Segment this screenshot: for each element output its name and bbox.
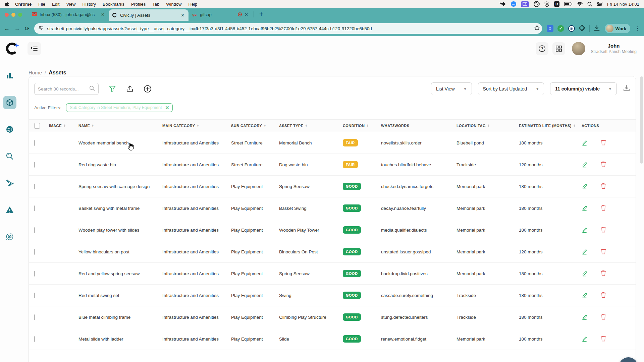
scrollbar-thumb[interactable] (640, 76, 643, 164)
edit-button[interactable] (582, 204, 588, 212)
sidebar-item-search[interactable] (3, 149, 16, 163)
search-box[interactable] (34, 83, 99, 95)
extension-check-icon[interactable]: ✓ (557, 25, 564, 32)
spotlight-icon[interactable] (587, 1, 592, 7)
help-button[interactable]: ? (536, 42, 548, 55)
bookmark-star-icon[interactable] (534, 25, 540, 32)
sidebar-item-maintenance[interactable] (3, 176, 16, 190)
sort-icon[interactable]: ▲▼ (573, 124, 576, 127)
sort-icon[interactable]: ▲▼ (366, 124, 369, 127)
share-arrow-icon[interactable] (499, 1, 506, 7)
table-row[interactable]: Spring seesaw with carriage design Infra… (29, 176, 636, 197)
select-all-checkbox[interactable] (34, 123, 49, 129)
table-row[interactable]: Blue metal climbing frame Infrastructure… (29, 306, 636, 328)
close-tab-icon[interactable]: ✕ (180, 13, 185, 18)
delete-button[interactable] (600, 226, 606, 234)
sidebar-item-map[interactable] (3, 123, 16, 136)
filter-chip[interactable]: Sub Category in Street Furniture, Play E… (66, 103, 173, 112)
control-center-icon[interactable] (597, 1, 602, 7)
column-header-name[interactable]: NAME▲▼ (78, 124, 162, 128)
menubar-item[interactable]: Bookmarks (103, 2, 124, 7)
import-button[interactable] (126, 85, 133, 93)
edit-button[interactable] (582, 292, 588, 299)
new-tab-button[interactable]: + (259, 10, 263, 18)
tab-gifcap[interactable]: gc gifcap ✕ (189, 9, 252, 20)
creative-cloud-icon[interactable] (534, 1, 540, 7)
row-checkbox[interactable] (34, 293, 49, 298)
column-header-sub-category[interactable]: SUB CATEGORY▲▼ (231, 124, 279, 128)
column-header-main-category[interactable]: MAIN CATEGORY▲▼ (162, 124, 231, 128)
table-row[interactable]: Metal slide with ladder Infrastructure a… (29, 328, 636, 350)
sort-icon[interactable]: ▲▼ (264, 124, 266, 127)
table-row[interactable]: Basket swing with metal frame Infrastruc… (29, 197, 636, 219)
row-checkbox[interactable] (34, 206, 49, 211)
row-checkbox[interactable] (34, 228, 49, 233)
menubar-item[interactable]: Chrome (15, 2, 32, 7)
extension-1password-icon[interactable]: ① (568, 25, 575, 32)
breadcrumb-home-link[interactable]: Home (29, 70, 42, 75)
apps-grid-button[interactable] (552, 42, 565, 55)
column-header-image[interactable]: IMAGE▲▼ (49, 124, 78, 128)
downloads-icon[interactable] (594, 25, 600, 33)
sidebar-item-issues[interactable] (3, 203, 16, 217)
menubar-item[interactable]: Help (189, 2, 198, 7)
menubar-item[interactable]: Tab (152, 2, 159, 7)
menubar-item[interactable]: History (82, 2, 96, 7)
edit-button[interactable] (582, 183, 588, 190)
edit-button[interactable] (582, 335, 588, 343)
menubar-item[interactable]: View (66, 2, 75, 7)
remove-filter-icon[interactable]: ✕ (165, 105, 169, 110)
delete-button[interactable] (600, 139, 606, 147)
edit-button[interactable] (582, 139, 588, 147)
delete-button[interactable] (600, 270, 606, 278)
extensions-puzzle-icon[interactable] (579, 25, 585, 33)
delete-button[interactable] (600, 183, 606, 190)
close-tab-icon[interactable]: ✕ (100, 12, 105, 17)
browser-profile-chip[interactable]: Work (605, 24, 630, 33)
menubar-item[interactable]: File (38, 2, 45, 7)
column-header-location-tag[interactable]: LOCATION TAG▲▼ (457, 124, 519, 128)
row-checkbox[interactable] (34, 249, 49, 254)
columns-dropdown[interactable]: 11 column(s) visible ▼ (550, 82, 617, 95)
extension-gear-icon[interactable]: ⚙ (547, 25, 553, 32)
zoom-app-icon[interactable]: zm (511, 1, 516, 7)
page-scrollbar[interactable] (640, 76, 643, 361)
forward-button[interactable]: → (14, 25, 20, 32)
sidebar-item-analytics[interactable] (3, 69, 16, 82)
table-row[interactable]: Red dog waste bin Infrastructure and Ame… (29, 154, 636, 176)
table-row[interactable]: Red and yellow spring seesaw Infrastruct… (29, 263, 636, 285)
zoom-window-button[interactable] (18, 13, 22, 17)
view-dropdown[interactable]: List View ▼ (431, 82, 472, 95)
user-avatar[interactable] (572, 42, 585, 55)
table-row[interactable]: Yellow binoculars on post Infrastructure… (29, 241, 636, 263)
delete-button[interactable] (600, 335, 606, 343)
row-checkbox[interactable] (34, 184, 49, 189)
shield-link-icon[interactable] (544, 1, 549, 7)
delete-button[interactable] (600, 292, 606, 299)
reload-button[interactable]: ⟳ (25, 25, 30, 32)
screen-share-icon[interactable] (521, 1, 529, 7)
delete-button[interactable] (600, 161, 606, 169)
row-checkbox[interactable] (34, 140, 49, 145)
delete-button[interactable] (600, 248, 606, 256)
wifi-icon[interactable] (577, 1, 583, 7)
filter-button[interactable] (109, 85, 116, 93)
delete-button[interactable] (600, 204, 606, 212)
tab-gmail[interactable]: Inbox (530) - john.fagan@sc ✕ (28, 9, 109, 20)
row-checkbox[interactable] (34, 162, 49, 167)
menubar-item[interactable]: Profiles (131, 2, 146, 7)
sort-dropdown[interactable]: Sort by Last Updated ▼ (478, 82, 544, 95)
column-header-condition[interactable]: CONDITION▲▼ (343, 124, 381, 128)
row-checkbox[interactable] (34, 315, 49, 320)
delete-button[interactable] (600, 313, 606, 321)
url-text[interactable]: stradsett-pm.civic.ly/pulse/apps/assets?… (47, 26, 530, 31)
menubar-clock[interactable]: Fri 14 Nov 14:01 (607, 2, 639, 7)
column-header-estimated-life[interactable]: ESTIMATED LIFE (MONTHS)▲▼ (519, 124, 582, 128)
row-checkbox[interactable] (34, 337, 49, 342)
table-row[interactable]: Wooden memorial bench Infrastructure and… (29, 132, 636, 154)
row-checkbox[interactable] (34, 271, 49, 276)
address-bar[interactable]: stradsett-pm.civic.ly/pulse/apps/assets?… (34, 23, 542, 34)
edit-button[interactable] (582, 270, 588, 278)
sort-icon[interactable]: ▲▼ (487, 124, 490, 127)
sort-icon[interactable]: ▲▼ (63, 124, 66, 127)
